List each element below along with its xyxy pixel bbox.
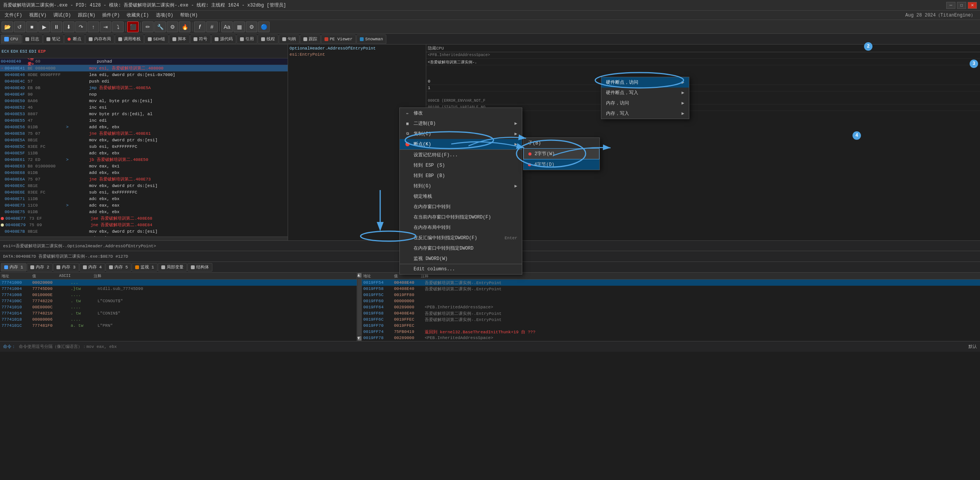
menu-debug[interactable]: 调试(D) — [50, 11, 74, 19]
disasm-row-e5f[interactable]: 00408E5F 11DB adc ebx, ebx — [0, 150, 288, 156]
disasm-row-e68[interactable]: 00408E68 01DB add ebx, ebx — [0, 169, 288, 176]
mem-row-5[interactable]: 77741014 77748210 . tw L"CONIN$" — [0, 310, 357, 316]
cmd-input[interactable] — [19, 344, 968, 349]
tab-log[interactable]: 日志 — [22, 35, 43, 44]
disasm-row-e7d[interactable]: 00408E7D 83EE FC sub esi, 0xFFFFFFFC — [0, 235, 288, 237]
tab-breakpoints[interactable]: 断点 — [64, 35, 85, 44]
toolbar-decompile[interactable]: 🔥 — [179, 22, 190, 32]
scroll-down-btn[interactable]: ▼ — [358, 336, 361, 341]
maximize-button[interactable]: □ — [957, 2, 966, 9]
tab-callstack[interactable]: 调用堆栈 — [115, 35, 144, 44]
disasm-row-e4d[interactable]: 00408E4D EB 0B jmp 吾爱破解培训第二.408E5A — [0, 84, 288, 91]
ctx-modify[interactable]: ✏ 修改 — [400, 108, 522, 118]
tab-trace[interactable]: 跟踪 — [300, 35, 321, 44]
disasm-row-e61[interactable]: 00408E61 72 ED > jb 吾爱破解培训第二.408E50 — [0, 156, 288, 163]
tab-memory-map[interactable]: 内存布局 — [85, 35, 114, 44]
cs-row-9[interactable]: 0019FF78 00289000 <PEB.InheritedAddressS… — [362, 335, 980, 341]
ctx-lock-stack[interactable]: 锁定堆栈 — [400, 191, 522, 202]
menu-file[interactable]: 文件(F) — [2, 11, 25, 19]
mem-row-6[interactable]: 77741018 00080006 .... — [0, 316, 357, 323]
tab-handle[interactable]: 句柄 — [279, 35, 300, 44]
bottom-tab-mem1[interactable]: 内存 1 — [1, 263, 26, 271]
disasm-row-e4f[interactable]: 00408E4F 90 nop — [0, 91, 288, 98]
bottom-tab-mem2[interactable]: 内存 2 — [27, 263, 53, 271]
disasm-row-e46[interactable]: 00408E46 8DBE 0090FFFF lea edi, dword pt… — [0, 71, 288, 78]
cs-row-6[interactable]: 0019FF6C 0019FFEC 吾爱破解培训第二课实例-.EntryPoin… — [362, 316, 980, 323]
toolbar-mem[interactable]: ▦ — [233, 22, 245, 32]
bottom-vscroll[interactable]: ▲ ▼ — [357, 273, 362, 341]
disasm-row-e63[interactable]: 00408E63 B8 01000000 mov eax, 0x1 — [0, 163, 288, 169]
toolbar-asm[interactable]: ⚙ — [167, 22, 178, 32]
cs-row-4[interactable]: 0019FF64 00289000 <PEB.InheritedAddressS… — [362, 304, 980, 310]
minimize-button[interactable]: ─ — [946, 2, 955, 9]
cs-row-7[interactable]: 0019FF70 0019FFEC — [362, 323, 980, 329]
toolbar-font[interactable]: Aa — [221, 22, 233, 32]
toolbar-pause[interactable]: ⏸ — [51, 22, 62, 32]
disasm-row-e75[interactable]: 00408E75 01DB add ebx, ebx — [0, 209, 288, 215]
disasm-row-e71[interactable]: 00408E71 11DB adc ebx, ebx — [0, 195, 288, 202]
toolbar-restart[interactable]: ↺ — [14, 22, 25, 32]
ctx-edit-cols[interactable]: Edit columns... — [400, 264, 522, 274]
hw-bp-write[interactable]: 硬件断点，写入 ▶ — [601, 88, 689, 98]
menu-favorites[interactable]: 收藏夹(I) — [124, 11, 152, 19]
disasm-row-e56[interactable]: 00408E56 01DB > add ebx, ebx — [0, 124, 288, 130]
hw-bp-access[interactable]: 硬件断点，访问 ▶ — [601, 77, 689, 88]
ctx-breakpoint[interactable]: 🔴 断点(K) ▶ — [400, 139, 522, 149]
toolbar-hash[interactable]: # — [206, 22, 218, 32]
disasm-row-e53[interactable]: 00408E53 8807 mov byte ptr ds:[edi], al — [0, 111, 288, 117]
disasm-row-e79[interactable]: 00408E79 75 09 jne 吾爱破解培训第二.408E84 — [0, 222, 288, 228]
tab-thread[interactable]: 线程 — [258, 35, 278, 44]
menu-trace[interactable]: 跟踪(N) — [75, 11, 99, 19]
cs-row-sel[interactable]: 0019FF54 00408E40 吾爱破解培训第二课实例-.EntryPoin… — [362, 280, 980, 286]
ctx-goto[interactable]: 转到(G) ▶ — [400, 181, 522, 191]
scroll-thumb[interactable] — [358, 278, 361, 335]
disasm-row-e73[interactable]: 00408E73 11C0 > adc eax, eax — [0, 202, 288, 209]
tab-notes[interactable]: 笔记 — [43, 35, 64, 44]
bottom-tab-locals[interactable]: 局部变量 — [158, 263, 187, 271]
toolbar-open[interactable]: 📂 — [2, 22, 13, 32]
toolbar-nop[interactable]: ✏ — [142, 22, 154, 32]
menu-plugin[interactable]: 插件(P) — [99, 11, 123, 19]
menu-options[interactable]: 选项(O) — [153, 11, 177, 19]
disasm-row-e50[interactable]: 00408E50 8A06 mov al, byte ptr ds:[esi] — [0, 98, 288, 104]
disasm-row-e6e[interactable]: 00408E6E 83EE FC sub esi, 0xFFFFFFFC — [0, 189, 288, 195]
ctx-mem-goto[interactable]: 在内存窗口中转到 — [400, 202, 522, 212]
ctx-disasm-dword[interactable]: 在反汇编中转到指定DWORD(F) Enter — [400, 233, 522, 243]
mem-access[interactable]: 内存，访问 ▶ — [601, 98, 689, 108]
cs-row-2[interactable]: 0019FF5C 0019FF80 — [362, 292, 980, 298]
mem-row-2[interactable]: 77741008 0010000E .... — [0, 292, 357, 298]
disasm-row-e7b[interactable]: 00408E7B 8B1E mov ebx, dword ptr ds:[esi… — [0, 228, 288, 235]
toolbar-run[interactable]: ▶ — [38, 22, 50, 32]
toolbar-stepover[interactable]: ↷ — [75, 22, 87, 32]
ctx-copy[interactable]: ⧉ 复制(C) ▶ — [400, 129, 522, 139]
mem-row-4[interactable]: 77741010 00E0000C .... — [0, 304, 357, 310]
tab-script[interactable]: 脚本 — [169, 35, 190, 44]
tab-snowman[interactable]: Snowman — [356, 35, 386, 44]
toolbar-bp[interactable]: ⬛ — [127, 22, 139, 32]
toolbar-expr[interactable]: f — [194, 22, 205, 32]
tab-cpu[interactable]: CPU — [1, 35, 22, 44]
toolbar-settings[interactable]: ⚙ — [246, 22, 257, 32]
disasm-row-e58[interactable]: 00408E58 75 07 jne 吾爱破解培训第二.408E61 — [0, 130, 288, 137]
ctx-mmap-goto[interactable]: 在内存布局中转到 — [400, 222, 522, 233]
mem-row-3[interactable]: 7774100C 77748220 . tw L"CONOUT$" — [0, 298, 357, 304]
tab-symbols[interactable]: 符号 — [190, 35, 211, 44]
bp-sub-byte[interactable]: 子(B) — [523, 138, 599, 148]
menu-help[interactable]: 帮助(H) — [177, 11, 201, 19]
ctx-memory-sig[interactable]: 设置记忆特征(F)... — [400, 149, 522, 160]
bottom-tab-mem4[interactable]: 内存 4 — [79, 263, 105, 271]
toolbar-patch[interactable]: 🔧 — [154, 22, 166, 32]
cs-row-5[interactable]: 0019FF68 00408E40 吾爱破解培训第二课实例-.EntryPoin… — [362, 310, 980, 316]
cs-row-1[interactable]: 0019FF58 00408E40 吾爱破解培训第二课实例-.EntryPoin… — [362, 286, 980, 292]
ctx-goto-ebp[interactable]: 转到 EBP (B) — [400, 170, 522, 181]
menu-view[interactable]: 视图(V) — [26, 11, 50, 19]
bottom-tab-mem3[interactable]: 内存 3 — [53, 263, 79, 271]
disasm-row-e77[interactable]: 00408E77 73 EF jae 吾爱破解培训第二.408E68 — [0, 215, 288, 222]
bp-sub-2byte[interactable]: 2字节(W) — [523, 148, 599, 159]
mem-row-sel[interactable]: 77741000 00020000 ... — [0, 280, 357, 286]
disasm-row-e52[interactable]: 00408E52 46 inc esi — [0, 104, 288, 111]
ctx-goto-esp[interactable]: 转到 ESP (S) — [400, 160, 522, 170]
close-button[interactable]: ✕ — [968, 2, 977, 9]
ctx-watch-dword[interactable]: 监视 DWORD(W) — [400, 253, 522, 264]
tab-ref[interactable]: 引用 — [237, 35, 257, 44]
